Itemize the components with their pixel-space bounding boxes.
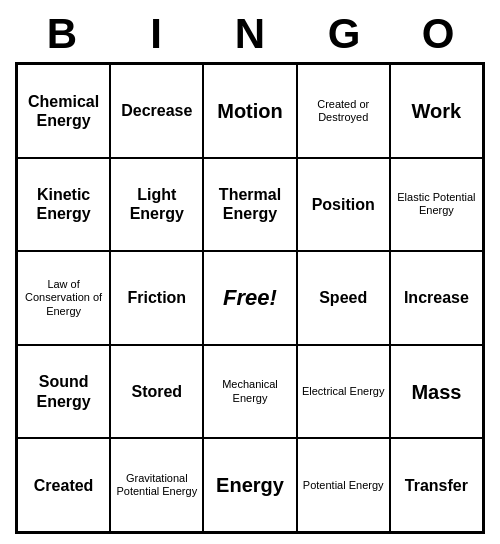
cell-r1-c0: Kinetic Energy <box>17 158 110 252</box>
cell-r1-c2: Thermal Energy <box>203 158 296 252</box>
cell-r0-c1: Decrease <box>110 64 203 158</box>
cell-r4-c2: Energy <box>203 438 296 532</box>
bingo-letter: I <box>112 10 200 58</box>
bingo-grid: Chemical EnergyDecreaseMotionCreated or … <box>15 62 485 534</box>
cell-r2-c3: Speed <box>297 251 390 345</box>
bingo-letter: B <box>18 10 106 58</box>
cell-r3-c1: Stored <box>110 345 203 439</box>
cell-r4-c3: Potential Energy <box>297 438 390 532</box>
cell-r0-c0: Chemical Energy <box>17 64 110 158</box>
cell-r0-c3: Created or Destroyed <box>297 64 390 158</box>
cell-r3-c2: Mechanical Energy <box>203 345 296 439</box>
cell-r4-c0: Created <box>17 438 110 532</box>
cell-r2-c4: Increase <box>390 251 483 345</box>
bingo-letter: O <box>394 10 482 58</box>
cell-r0-c4: Work <box>390 64 483 158</box>
cell-r1-c3: Position <box>297 158 390 252</box>
bingo-letter: G <box>300 10 388 58</box>
cell-r2-c2: Free! <box>203 251 296 345</box>
cell-r3-c3: Electrical Energy <box>297 345 390 439</box>
cell-r4-c1: Gravitational Potential Energy <box>110 438 203 532</box>
cell-r2-c0: Law of Conservation of Energy <box>17 251 110 345</box>
cell-r4-c4: Transfer <box>390 438 483 532</box>
cell-r1-c4: Elastic Potential Energy <box>390 158 483 252</box>
cell-r3-c0: Sound Energy <box>17 345 110 439</box>
cell-r2-c1: Friction <box>110 251 203 345</box>
bingo-title: BINGO <box>15 10 485 58</box>
bingo-letter: N <box>206 10 294 58</box>
cell-r3-c4: Mass <box>390 345 483 439</box>
cell-r0-c2: Motion <box>203 64 296 158</box>
cell-r1-c1: Light Energy <box>110 158 203 252</box>
